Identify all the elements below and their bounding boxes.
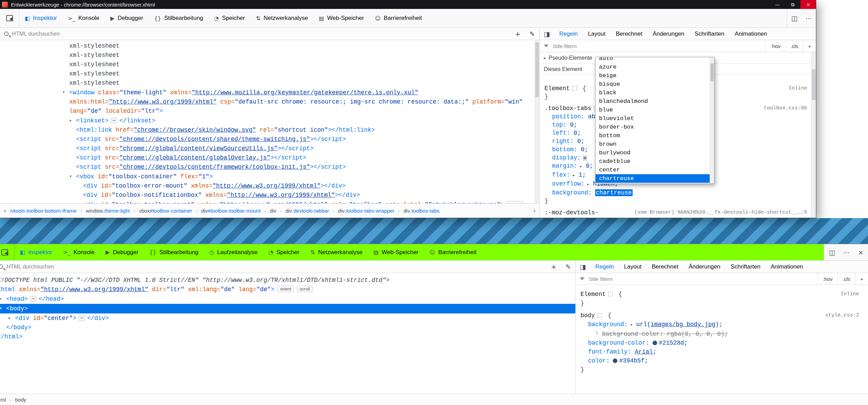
rule-source-link[interactable]: toolbox.css:96	[764, 104, 807, 112]
tab-rules[interactable]: Regeln	[554, 28, 583, 40]
tab-layout[interactable]: Layout	[583, 28, 611, 40]
autocomplete-item[interactable]: blue	[596, 106, 714, 114]
tab-memory[interactable]: ◔Speicher	[263, 244, 305, 260]
code-line[interactable]: <html xmlns="http://www.w3.org/1999/xhtm…	[0, 285, 575, 294]
code-line[interactable]: ▾<div id="toolbox-toolbar-mount" xmlns="…	[0, 200, 539, 203]
autocomplete-item[interactable]: bisque	[596, 80, 714, 88]
tab-accessibility[interactable]: ☺Barrierefreiheit	[424, 244, 482, 260]
selected-node-row[interactable]: ▾<body>	[0, 304, 575, 313]
pick-element-button[interactable]	[0, 9, 19, 27]
eyedropper-button[interactable]: ✎	[561, 261, 575, 273]
tab-animations[interactable]: Animationen	[766, 261, 808, 273]
node-badge[interactable]: event	[278, 286, 294, 292]
code-line[interactable]: ▾<vbox id="toolbox-container" flex="1">	[0, 172, 539, 181]
autocomplete-item[interactable]: azure	[596, 63, 714, 71]
expand-twisty-icon[interactable]: ▸	[577, 164, 582, 169]
breadcrumbs-scroll-right-button[interactable]: ›	[529, 204, 539, 218]
breadcrumb-item[interactable]: body	[11, 394, 30, 405]
sidebar-toggle-button[interactable]: ◨	[576, 261, 590, 273]
tab-accessibility[interactable]: ☺Barrierefreiheit	[369, 9, 427, 27]
autocomplete-item[interactable]: blueviolet	[596, 114, 714, 123]
attribute-link[interactable]: "http://www.w3.org/1999/xhtml"	[109, 98, 217, 105]
add-node-button[interactable]: +	[511, 28, 525, 40]
code-line[interactable]: <script src="chrome://global/content/vie…	[0, 144, 539, 153]
restore-button[interactable]: ⧉	[785, 0, 800, 9]
code-line[interactable]: body {style.css:2	[576, 311, 868, 320]
autocomplete-item[interactable]: chartreuse	[596, 174, 714, 183]
tab-network[interactable]: ⇅Netzwerkanalyse	[250, 9, 314, 27]
code-line[interactable]: Element {Inline	[576, 290, 868, 299]
markup-scrollbar[interactable]	[535, 40, 539, 203]
breadcrumb-item[interactable]: div	[266, 204, 280, 218]
pick-element-button[interactable]	[0, 244, 14, 260]
code-line[interactable]: </body>	[0, 323, 575, 332]
add-rule-button[interactable]: +	[803, 40, 816, 52]
tab-inspector[interactable]: ◧Inspektor	[14, 244, 58, 260]
tab-changes[interactable]: Änderungen	[683, 261, 725, 273]
tab-style-editor[interactable]: {}Stilbearbeitung	[144, 244, 204, 260]
code-line[interactable]: ▸<linkset>⋯</linkset>	[0, 116, 539, 126]
pseudo-class-panel-toggle[interactable]: :hov	[766, 40, 785, 52]
twisty-icon[interactable]: ▾	[69, 172, 76, 181]
twisty-icon[interactable]: ▸	[8, 313, 15, 323]
tab-style-editor[interactable]: {}Stilbearbeitung	[149, 9, 209, 27]
tab-debugger[interactable]: ▶Debugger	[105, 9, 149, 27]
add-node-button[interactable]: +	[547, 261, 561, 273]
code-line[interactable]: <div id="toolbox-error-mount" xmlns="htt…	[0, 181, 539, 191]
tab-layout[interactable]: Layout	[619, 261, 647, 273]
tab-network[interactable]: ⇅Netzwerkanalyse	[305, 244, 368, 260]
autocomplete-scrollbar[interactable]	[710, 57, 714, 183]
scrollbar-thumb[interactable]	[812, 69, 816, 100]
autocomplete-item[interactable]: center	[596, 166, 714, 174]
tab-console[interactable]: >_Konsole	[58, 244, 100, 260]
window-titlebar[interactable]: Entwicklerwerkzeuge - chrome://browser/c…	[0, 0, 816, 9]
twisty-icon[interactable]: ▸	[0, 294, 6, 303]
close-toolbox-button[interactable]: ×	[854, 244, 868, 260]
attribute-link[interactable]: "chrome://global/content/viewSourceUtils…	[119, 145, 278, 152]
breadcrumb-item[interactable]: div.devtools-tabbar	[282, 204, 333, 218]
search-input[interactable]: HTML durchsuchen	[12, 31, 507, 37]
code-line[interactable]: <html:link href="chrome://browser/skin/w…	[0, 126, 539, 135]
code-line[interactable]: ▸<head>⋯</head>	[0, 294, 575, 304]
expand-twisty-icon[interactable]: ▸	[570, 173, 575, 178]
scrollbar-thumb[interactable]	[535, 42, 539, 97]
breadcrumb-item[interactable]: div#toolbox-toolbar-mount	[197, 204, 264, 218]
tab-storage[interactable]: ▤Web-Speicher	[314, 9, 370, 27]
autocomplete-item[interactable]: beige	[596, 71, 714, 80]
rule-source-link[interactable]: (vom Browser) %0A%20%20.__fx-devtools-hi…	[634, 209, 807, 217]
eyedropper-button[interactable]: ✎	[525, 28, 539, 40]
collapsed-content-pill[interactable]: ⋯	[111, 118, 118, 123]
twisty-icon[interactable]: ▾	[0, 304, 6, 313]
autocomplete-item[interactable]: bottom	[596, 131, 714, 140]
code-line[interactable]: <script src="chrome://global/content/glo…	[0, 153, 539, 163]
grid-toggle-icon[interactable]: ▦	[583, 155, 587, 161]
breadcrumbs-scroll-left-button[interactable]: ‹	[0, 204, 10, 218]
attribute-link[interactable]: "chrome://devtools/content/shared/theme-…	[119, 136, 310, 143]
code-line[interactable]: <script src="chrome://devtools/content/s…	[0, 135, 539, 144]
tab-changes[interactable]: Änderungen	[647, 28, 689, 40]
sidebar-toggle-button[interactable]: ◨	[540, 28, 554, 40]
tab-animations[interactable]: Animationen	[730, 28, 772, 40]
tab-fonts[interactable]: Schriftarten	[725, 261, 766, 273]
collapsed-content-pill[interactable]: ⋯	[78, 315, 85, 321]
code-line[interactable]: <!DOCTYPE html PUBLIC "-//W3C//DTD XHTML…	[0, 276, 575, 285]
code-line[interactable]: xml-stylesheet	[0, 79, 539, 88]
code-line[interactable]: </html>	[0, 332, 575, 342]
breadcrumb-item[interactable]: vbox#toolbox-container	[135, 204, 196, 218]
meatball-menu-button[interactable]: ⋯	[839, 244, 854, 260]
autocomplete-item[interactable]: burlywood	[596, 148, 714, 157]
code-line[interactable]: background:chartreuse	[540, 189, 816, 197]
autocomplete-item[interactable]: cadetblue	[596, 157, 714, 166]
selector-highlighter-icon[interactable]	[572, 86, 577, 91]
breadcrumb-item[interactable]: html	[0, 394, 10, 405]
attribute-link[interactable]: "http://www.w3.org/1999/xhtml"	[212, 182, 320, 189]
code-line[interactable]: highlighted {	[540, 217, 816, 218]
twisty-icon[interactable]: ▾	[62, 88, 69, 97]
breadcrumb-item[interactable]: window.theme-light	[82, 204, 133, 218]
code-line[interactable]: font-family: Arial;	[576, 347, 868, 356]
expand-twisty-icon[interactable]: ▸	[585, 182, 589, 187]
autocomplete-item[interactable]: blanchedalmond	[596, 97, 714, 106]
code-line[interactable]: }	[576, 365, 868, 374]
twisty-icon[interactable]: ▸	[69, 116, 76, 125]
breadcrumb-item[interactable]: div.toolbox-tabs-wrapper	[334, 204, 398, 218]
